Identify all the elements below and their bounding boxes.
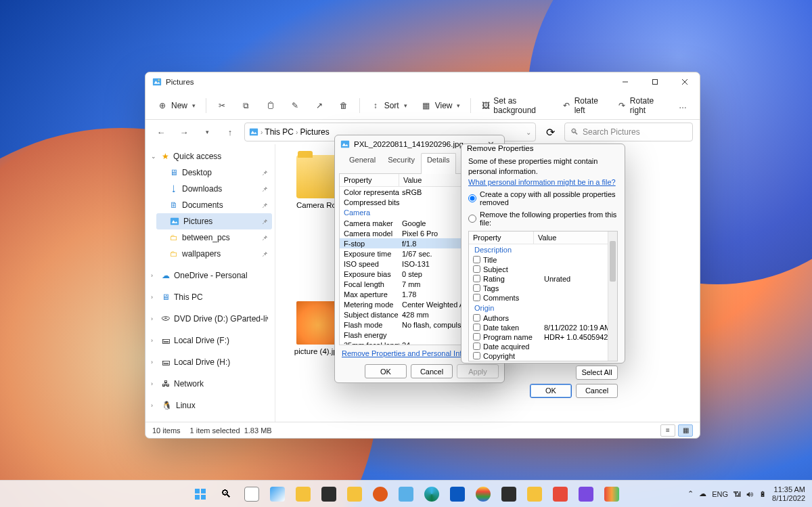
- forward-button[interactable]: →: [175, 123, 193, 141]
- volume-icon[interactable]: 🔊︎: [746, 490, 754, 498]
- nav-item-pictures[interactable]: Pictures📌︎: [156, 213, 272, 229]
- nav-drive-h[interactable]: ›🖴Local Drive (H:): [148, 354, 272, 370]
- app-button[interactable]: [394, 483, 418, 506]
- nav-dvd[interactable]: ›💿︎DVD Drive (D:) GParted-live: [148, 311, 272, 327]
- help-link[interactable]: What personal information might be in a …: [468, 178, 618, 186]
- option-remove-following[interactable]: Remove the following properties from thi…: [468, 211, 618, 227]
- scrollbar[interactable]: [608, 232, 617, 361]
- app-button[interactable]: [549, 483, 572, 506]
- minimize-button[interactable]: [610, 72, 640, 91]
- column-header[interactable]: Property: [469, 232, 534, 244]
- app-button[interactable]: [472, 483, 495, 506]
- recent-button[interactable]: ▾: [198, 123, 216, 141]
- up-button[interactable]: ↑: [221, 123, 239, 141]
- rotate-left-button[interactable]: ↶Rotate left: [558, 96, 609, 115]
- crumb-item[interactable]: This PC: [265, 127, 294, 137]
- rename-button[interactable]: ✎: [285, 96, 305, 115]
- column-header[interactable]: Value: [534, 232, 608, 244]
- nav-item-downloads[interactable]: ⭣Downloads📌︎: [156, 181, 272, 197]
- battery-icon[interactable]: 🔋︎: [759, 490, 767, 498]
- ok-button[interactable]: OK: [365, 364, 407, 378]
- check-input[interactable]: [473, 256, 480, 263]
- wifi-icon[interactable]: 📶︎: [734, 490, 741, 498]
- chevron-down-icon[interactable]: ⌄: [526, 129, 531, 136]
- nav-item-folder[interactable]: 🗀between_pcs📌︎: [156, 229, 272, 246]
- copy-button[interactable]: ⧉: [236, 96, 256, 115]
- check-input[interactable]: [473, 294, 480, 301]
- nav-onedrive[interactable]: ›☁OneDrive - Personal: [148, 267, 272, 284]
- penguin-icon: 🐧: [162, 401, 172, 410]
- more-button[interactable]: …: [673, 96, 693, 115]
- dialog-titlebar[interactable]: Remove Properties: [461, 144, 625, 152]
- tab-general[interactable]: General: [343, 153, 382, 174]
- column-header[interactable]: Property: [340, 174, 399, 186]
- search-input[interactable]: 🔍︎ Search Pictures: [564, 123, 693, 141]
- app-button[interactable]: [600, 483, 623, 506]
- check-input[interactable]: [473, 275, 480, 282]
- nav-drive-f[interactable]: ›🖴Local Drive (F:): [148, 332, 272, 349]
- refresh-button[interactable]: ⟳: [541, 123, 559, 141]
- radio-input[interactable]: [468, 215, 476, 223]
- edge-button[interactable]: [420, 483, 443, 506]
- tray-chevron-icon[interactable]: ⌃: [687, 489, 694, 498]
- check-input[interactable]: [473, 343, 480, 350]
- system-tray[interactable]: ⌃ ☁ ENG 📶︎ 🔊︎ 🔋︎ 11:35 AM 8/11/2022: [687, 485, 812, 502]
- details-view-button[interactable]: ≡: [660, 424, 675, 437]
- radio-input[interactable]: [468, 194, 476, 202]
- nav-quick-access[interactable]: ⌄★Quick access: [148, 148, 272, 164]
- set-background-button[interactable]: 🖼︎Set as background: [476, 96, 553, 115]
- close-button[interactable]: [670, 72, 700, 91]
- app-button[interactable]: [523, 483, 546, 506]
- crumb-item[interactable]: Pictures: [300, 127, 329, 137]
- cancel-button[interactable]: Cancel: [411, 364, 453, 378]
- nav-item-folder[interactable]: 🗀wallpapers📌︎: [156, 246, 272, 262]
- maximize-button[interactable]: [640, 72, 670, 91]
- back-button[interactable]: ←: [152, 123, 170, 141]
- delete-button[interactable]: 🗑︎: [334, 96, 354, 115]
- explorer-button[interactable]: [292, 483, 315, 506]
- check-input[interactable]: [473, 333, 480, 340]
- window-titlebar[interactable]: Pictures: [145, 72, 700, 91]
- select-all-button[interactable]: Select All: [576, 366, 618, 380]
- app-button[interactable]: [574, 483, 597, 506]
- check-input[interactable]: [473, 352, 480, 359]
- task-view-button[interactable]: [240, 483, 263, 506]
- check-input[interactable]: [473, 265, 480, 273]
- nav-item-documents[interactable]: 🗎Documents📌︎: [156, 197, 272, 213]
- svg-rect-9: [171, 218, 179, 225]
- ok-button[interactable]: OK: [530, 384, 572, 398]
- tab-security[interactable]: Security: [382, 153, 421, 174]
- rotate-right-button[interactable]: ↷Rotate right: [613, 96, 669, 115]
- view-button[interactable]: ▦View▾: [416, 96, 466, 115]
- plus-icon: ⊕: [157, 100, 168, 111]
- app-button[interactable]: [317, 483, 340, 506]
- check-input[interactable]: [473, 284, 480, 292]
- widgets-button[interactable]: [266, 483, 289, 506]
- check-input[interactable]: [473, 314, 480, 322]
- app-button[interactable]: [343, 483, 366, 506]
- app-button[interactable]: [497, 483, 520, 506]
- paste-button[interactable]: 📋︎: [261, 96, 281, 115]
- cancel-button[interactable]: Cancel: [576, 384, 618, 398]
- app-button[interactable]: [446, 483, 469, 506]
- app-button[interactable]: [369, 483, 392, 506]
- taskbar[interactable]: 🔍︎ ⌃ ☁ ENG 📶︎ 🔊︎ 🔋︎ 11:35 AM 8/11/2022: [0, 480, 812, 507]
- option-create-copy[interactable]: Create a copy with all possible properti…: [468, 190, 618, 206]
- tab-details[interactable]: Details: [421, 153, 456, 174]
- chevron-right-icon: ›: [151, 315, 153, 322]
- check-input[interactable]: [473, 324, 480, 331]
- onedrive-icon[interactable]: ☁: [699, 489, 706, 498]
- cut-button[interactable]: ✂: [212, 96, 232, 115]
- nav-network[interactable]: ›🖧Network: [148, 376, 272, 392]
- start-button[interactable]: [189, 483, 212, 506]
- thumbnails-view-button[interactable]: ▦: [678, 424, 693, 437]
- nav-item-desktop[interactable]: 🖥︎Desktop📌︎: [156, 164, 272, 181]
- language-indicator[interactable]: ENG: [712, 490, 728, 498]
- clock[interactable]: 11:35 AM 8/11/2022: [772, 485, 805, 502]
- new-button[interactable]: ⊕New▾: [152, 96, 200, 115]
- search-button[interactable]: 🔍︎: [215, 483, 238, 506]
- nav-linux[interactable]: ›🐧Linux: [148, 397, 272, 414]
- nav-thispc[interactable]: ›🖥︎This PC: [148, 289, 272, 305]
- share-button[interactable]: ↗: [309, 96, 330, 115]
- sort-button[interactable]: ↕Sort▾: [365, 96, 412, 115]
